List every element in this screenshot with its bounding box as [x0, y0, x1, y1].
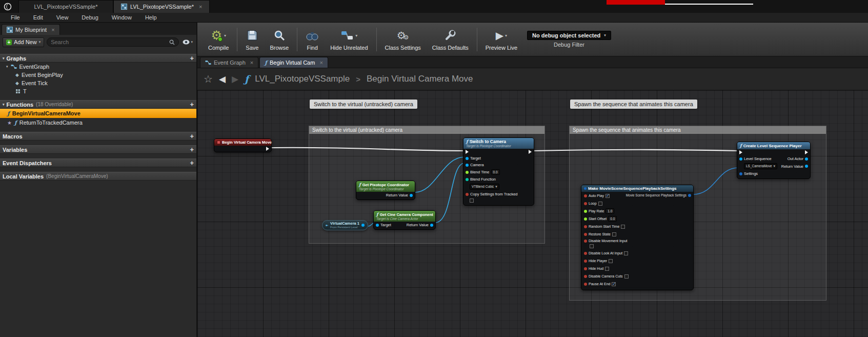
menu-debug[interactable]: Debug	[75, 14, 105, 21]
target-pin[interactable]	[376, 224, 379, 227]
graph-canvas[interactable]: Switch to the virtual (untracked) camera…	[197, 90, 868, 337]
doc-tab-level-1[interactable]: LVL_PixotopeVSSample*	[18, 0, 113, 13]
section-event-dispatchers[interactable]: Event Dispatchers +	[0, 158, 196, 167]
copy-settings-pin[interactable]	[466, 193, 469, 196]
value-field[interactable]: 1.0	[605, 208, 614, 214]
blend-time-value[interactable]: 0.0	[491, 169, 500, 175]
filter-visibility-button[interactable]: ▾	[181, 39, 194, 45]
level-sequence-asset-picker[interactable]: LS_CameraMove ▾	[744, 163, 777, 169]
out-actor-pin[interactable]	[805, 157, 808, 161]
exec-out-pin[interactable]	[529, 150, 532, 154]
bool-pin[interactable]	[584, 260, 587, 263]
close-icon[interactable]: ×	[51, 27, 54, 33]
checkbox[interactable]	[590, 244, 594, 248]
add-graph-button[interactable]: +	[190, 55, 194, 62]
function-item-returntotrackedcamera[interactable]: ★ ƒ ReturnToTrackedCamera	[0, 118, 196, 127]
output-pin[interactable]	[361, 224, 365, 227]
checkbox[interactable]	[605, 194, 610, 198]
class-settings-button[interactable]: ⚙ ⚙ Class Settings	[379, 23, 427, 56]
value-field[interactable]: 0.0	[608, 216, 617, 222]
tab-begin-virtual-camera[interactable]: ƒ Begin Virtual Cam ×	[259, 57, 328, 68]
float-pin[interactable]	[584, 217, 587, 221]
chevron-down-icon[interactable]: ▾	[505, 33, 507, 38]
node-make-playback-settings[interactable]: Make MovieSceneSequencePlaybackSettings …	[581, 185, 694, 290]
section-functions[interactable]: ▾ Functions (18 Overridable) +	[0, 100, 196, 109]
comment-title[interactable]: Spawn the sequence that animates this ca…	[570, 126, 826, 134]
menu-help[interactable]: Help	[138, 14, 164, 21]
bool-pin[interactable]	[584, 267, 587, 270]
node-switch-to-camera[interactable]: ƒ Switch to Camera Target is Pixotope Co…	[463, 137, 534, 206]
tree-item-event-t[interactable]: T	[0, 87, 196, 95]
tree-item-eventgraph[interactable]: ▾ EventGraph	[0, 63, 196, 71]
favorite-star-icon[interactable]: ☆	[204, 73, 213, 85]
comment-title[interactable]: Switch to the virtual (untracked) camera	[309, 126, 544, 134]
bool-pin[interactable]	[584, 252, 587, 255]
checkbox[interactable]	[612, 232, 616, 236]
class-defaults-button[interactable]: Class Defaults	[427, 23, 474, 56]
close-icon[interactable]: ×	[199, 4, 202, 10]
return-value-pin[interactable]	[410, 194, 413, 197]
target-pin[interactable]	[466, 157, 469, 160]
camera-pin[interactable]	[466, 164, 469, 167]
copy-settings-checkbox[interactable]	[470, 199, 474, 203]
search-input[interactable]	[51, 39, 169, 45]
back-arrow-icon[interactable]: ◀	[219, 74, 226, 85]
bool-pin[interactable]	[584, 225, 587, 228]
node-create-level-sequence-player[interactable]: ƒ Create Level Sequence Player Level Seq…	[737, 142, 811, 179]
node-begin-virtual-camera-move[interactable]: Begin Virtual Camera Move	[214, 138, 272, 152]
bool-pin[interactable]	[584, 283, 587, 286]
tree-item-event-beginplay[interactable]: ◆ Event BeginPlay	[0, 71, 196, 79]
checkbox[interactable]	[624, 274, 629, 279]
menu-window[interactable]: Window	[105, 14, 138, 21]
node-get-pixotope-coordinator[interactable]: ƒ Get Pixotope Coordinator Target is Pix…	[356, 181, 415, 200]
exec-out-pin[interactable]	[805, 150, 808, 154]
node-virtual-camera-reference[interactable]: VirtualCamera 1 From Persistent Level	[322, 220, 368, 230]
expander-icon[interactable]: ▾	[6, 65, 8, 69]
bool-pin[interactable]	[584, 202, 587, 205]
add-macro-button[interactable]: +	[190, 133, 194, 140]
menu-edit[interactable]: Edit	[27, 14, 50, 21]
checkbox[interactable]	[612, 282, 616, 286]
menu-view[interactable]: View	[50, 14, 75, 21]
level-sequence-pin[interactable]	[739, 157, 742, 161]
save-button[interactable]: Save	[240, 23, 264, 56]
chevron-down-icon[interactable]: ▾	[355, 33, 357, 38]
checkbox[interactable]	[605, 267, 609, 271]
checkbox[interactable]	[609, 259, 613, 263]
bool-pin[interactable]	[584, 240, 587, 243]
add-function-button[interactable]: +	[190, 101, 194, 108]
section-macros[interactable]: Macros +	[0, 132, 196, 141]
exec-out-pin[interactable]	[266, 147, 269, 151]
compile-button[interactable]: ⚙ ▾ Compile	[203, 23, 234, 56]
breadcrumb-root[interactable]: LVL_PixotopeVSSample	[255, 74, 350, 84]
bool-pin[interactable]	[584, 233, 587, 236]
chevron-down-icon[interactable]: ▾	[224, 33, 226, 38]
blend-function-pin[interactable]	[466, 178, 469, 181]
function-item-beginvirtualcameramove[interactable]: ƒ BeginVirtualCameraMove	[0, 109, 196, 118]
exec-in-pin[interactable]	[466, 150, 469, 154]
my-blueprint-tab[interactable]: My Blueprint ×	[2, 24, 60, 35]
tab-event-graph[interactable]: Event Graph ×	[200, 57, 258, 68]
return-value-pin[interactable]	[805, 165, 808, 168]
add-variable-button[interactable]: +	[190, 146, 194, 153]
debug-object-select[interactable]: No debug object selected ▾	[527, 31, 611, 40]
checkbox[interactable]	[624, 251, 628, 255]
section-variables[interactable]: Variables +	[0, 145, 196, 154]
search-box[interactable]	[47, 37, 179, 47]
breadcrumb-current[interactable]: Begin Virtual Camera Move	[367, 74, 473, 84]
exec-in-pin[interactable]	[739, 150, 742, 154]
expander-icon[interactable]: ▾	[3, 56, 5, 61]
forward-arrow-icon[interactable]: ▶	[232, 74, 238, 85]
expander-icon[interactable]: ▾	[3, 103, 5, 107]
tree-item-event-tick[interactable]: ◆ Event Tick	[0, 79, 196, 87]
output-pin[interactable]	[688, 194, 691, 197]
bool-pin[interactable]	[584, 194, 587, 197]
settings-pin[interactable]	[739, 172, 742, 175]
checkbox[interactable]	[598, 202, 602, 206]
close-icon[interactable]: ×	[250, 60, 253, 66]
checkbox[interactable]	[621, 225, 625, 229]
blend-function-dropdown[interactable]: VTBlend Cubic ▾	[470, 184, 499, 190]
section-graphs[interactable]: ▾ Graphs +	[0, 54, 196, 63]
close-icon[interactable]: ×	[319, 60, 322, 66]
add-event-dispatcher-button[interactable]: +	[190, 160, 194, 166]
